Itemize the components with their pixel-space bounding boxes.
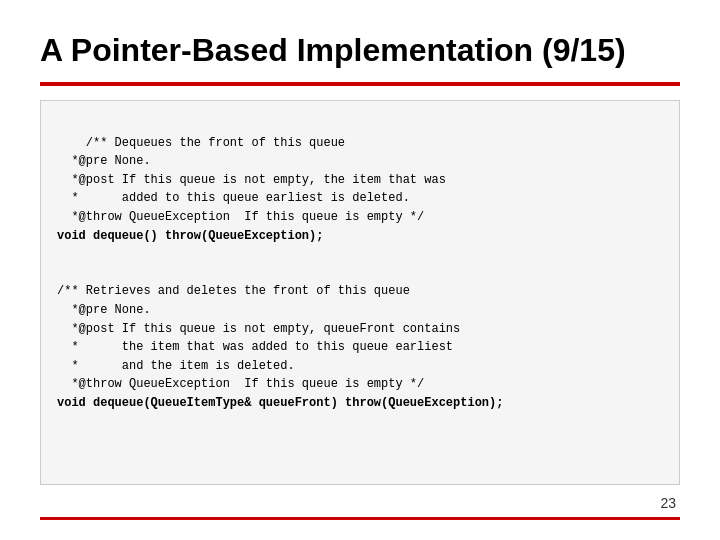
- slide: A Pointer-Based Implementation (9/15) /*…: [0, 0, 720, 540]
- code-line-1: /** Dequeues the front of this queue *@p…: [57, 136, 446, 224]
- slide-title: A Pointer-Based Implementation (9/15): [40, 30, 680, 70]
- code-spacer: /** Retrieves and deletes the front of t…: [57, 284, 460, 391]
- code-block: /** Dequeues the front of this queue *@p…: [40, 100, 680, 485]
- page-number: 23: [40, 495, 680, 511]
- code-line-method2: void dequeue(QueueItemType& queueFront) …: [57, 396, 503, 410]
- title-divider: [40, 82, 680, 86]
- code-line-method1: void dequeue() throw(QueueException);: [57, 229, 323, 243]
- bottom-divider: [40, 517, 680, 520]
